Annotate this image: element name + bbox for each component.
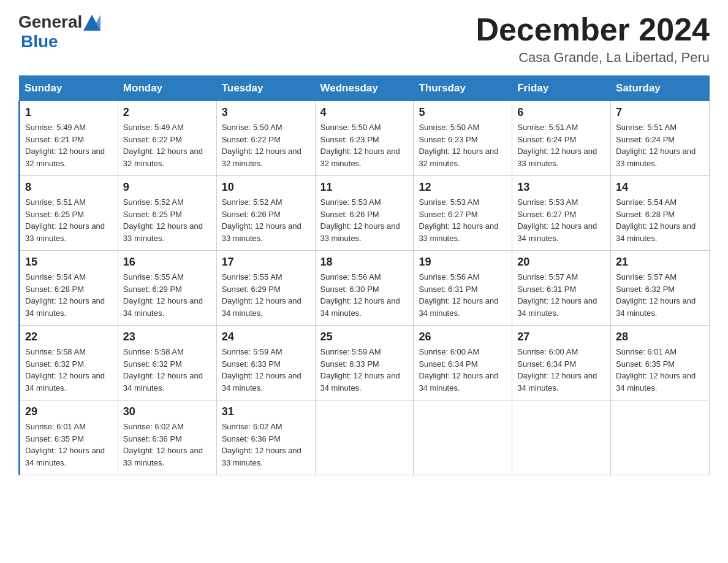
day-number: 18 [320,256,409,269]
day-number: 25 [320,331,409,343]
day-number: 31 [222,405,310,418]
logo-blue-text: Blue [21,32,58,52]
calendar-cell: 21Sunrise: 5:57 AMSunset: 6:32 PMDayligh… [611,251,710,326]
day-number: 3 [222,106,310,119]
day-number: 10 [222,181,310,194]
calendar-cell: 26Sunrise: 6:00 AMSunset: 6:34 PMDayligh… [414,326,512,400]
calendar-cell: 24Sunrise: 5:59 AMSunset: 6:33 PMDayligh… [216,326,315,400]
weekday-header-saturday: Saturday [611,76,710,101]
calendar-cell: 28Sunrise: 6:01 AMSunset: 6:35 PMDayligh… [611,326,710,400]
logo: General Blue [18,12,100,52]
day-number: 12 [419,181,507,194]
page-header: General Blue December 2024 Casa Grande, … [18,12,710,66]
day-info: Sunrise: 6:01 AMSunset: 6:35 PMDaylight:… [25,421,113,469]
calendar-cell: 3Sunrise: 5:50 AMSunset: 6:22 PMDaylight… [216,101,315,176]
calendar-cell: 23Sunrise: 5:58 AMSunset: 6:32 PMDayligh… [118,326,216,400]
day-number: 19 [419,256,507,269]
day-info: Sunrise: 5:55 AMSunset: 6:29 PMDaylight:… [123,271,211,319]
header-row: SundayMondayTuesdayWednesdayThursdayFrid… [20,76,710,101]
day-number: 16 [123,256,211,269]
day-info: Sunrise: 5:56 AMSunset: 6:30 PMDaylight:… [320,271,409,319]
calendar-cell: 20Sunrise: 5:57 AMSunset: 6:31 PMDayligh… [512,251,611,326]
day-info: Sunrise: 5:55 AMSunset: 6:29 PMDaylight:… [222,271,310,319]
day-info: Sunrise: 5:49 AMSunset: 6:22 PMDaylight:… [123,121,211,169]
day-number: 13 [517,181,605,194]
day-number: 24 [222,331,310,343]
calendar-cell: 7Sunrise: 5:51 AMSunset: 6:24 PMDaylight… [611,101,710,176]
calendar-week-5: 29Sunrise: 6:01 AMSunset: 6:35 PMDayligh… [20,400,710,475]
day-number: 20 [517,256,605,269]
calendar-header: SundayMondayTuesdayWednesdayThursdayFrid… [20,76,710,101]
day-info: Sunrise: 5:54 AMSunset: 6:28 PMDaylight:… [25,271,113,319]
day-number: 22 [25,331,113,343]
day-number: 27 [517,331,605,343]
calendar-cell: 6Sunrise: 5:51 AMSunset: 6:24 PMDaylight… [512,101,611,176]
day-info: Sunrise: 6:00 AMSunset: 6:34 PMDaylight:… [419,346,507,394]
day-info: Sunrise: 6:00 AMSunset: 6:34 PMDaylight:… [517,346,605,394]
day-number: 26 [419,331,507,343]
calendar-cell [611,400,710,475]
day-number: 11 [320,181,409,194]
calendar-cell: 16Sunrise: 5:55 AMSunset: 6:29 PMDayligh… [118,251,216,326]
calendar-subtitle: Casa Grande, La Libertad, Peru [476,50,710,66]
weekday-header-friday: Friday [512,76,611,101]
day-number: 4 [320,106,409,119]
logo-general-text: General [18,12,82,32]
calendar-cell: 12Sunrise: 5:53 AMSunset: 6:27 PMDayligh… [414,176,512,251]
day-info: Sunrise: 5:57 AMSunset: 6:32 PMDaylight:… [616,271,704,319]
calendar-week-3: 15Sunrise: 5:54 AMSunset: 6:28 PMDayligh… [20,251,710,326]
day-info: Sunrise: 5:51 AMSunset: 6:25 PMDaylight:… [25,196,113,244]
day-number: 29 [25,405,113,418]
calendar-cell: 15Sunrise: 5:54 AMSunset: 6:28 PMDayligh… [20,251,118,326]
calendar-cell: 30Sunrise: 6:02 AMSunset: 6:36 PMDayligh… [118,400,216,475]
day-info: Sunrise: 5:53 AMSunset: 6:27 PMDaylight:… [419,196,507,244]
title-block: December 2024 Casa Grande, La Libertad, … [476,12,710,66]
day-number: 30 [123,405,211,418]
calendar-cell: 17Sunrise: 5:55 AMSunset: 6:29 PMDayligh… [216,251,315,326]
weekday-header-monday: Monday [118,76,216,101]
day-number: 7 [616,106,704,119]
calendar-cell: 25Sunrise: 5:59 AMSunset: 6:33 PMDayligh… [315,326,414,400]
calendar-cell: 8Sunrise: 5:51 AMSunset: 6:25 PMDaylight… [20,176,118,251]
calendar-cell [315,400,414,475]
calendar-title: December 2024 [476,12,710,47]
calendar-week-2: 8Sunrise: 5:51 AMSunset: 6:25 PMDaylight… [20,176,710,251]
day-info: Sunrise: 6:02 AMSunset: 6:36 PMDaylight:… [123,421,211,469]
day-number: 14 [616,181,704,194]
calendar-cell: 5Sunrise: 5:50 AMSunset: 6:23 PMDaylight… [414,101,512,176]
calendar-cell: 29Sunrise: 6:01 AMSunset: 6:35 PMDayligh… [20,400,118,475]
day-info: Sunrise: 5:50 AMSunset: 6:23 PMDaylight:… [320,121,409,169]
day-number: 15 [25,256,113,269]
day-number: 17 [222,256,310,269]
day-number: 1 [25,106,113,119]
day-info: Sunrise: 5:57 AMSunset: 6:31 PMDaylight:… [517,271,605,319]
day-info: Sunrise: 6:01 AMSunset: 6:35 PMDaylight:… [616,346,704,394]
day-info: Sunrise: 5:59 AMSunset: 6:33 PMDaylight:… [320,346,409,394]
calendar-week-4: 22Sunrise: 5:58 AMSunset: 6:32 PMDayligh… [20,326,710,400]
calendar-cell: 19Sunrise: 5:56 AMSunset: 6:31 PMDayligh… [414,251,512,326]
calendar-cell: 31Sunrise: 6:02 AMSunset: 6:36 PMDayligh… [216,400,315,475]
weekday-header-sunday: Sunday [20,76,118,101]
weekday-header-thursday: Thursday [414,76,512,101]
day-info: Sunrise: 5:50 AMSunset: 6:22 PMDaylight:… [222,121,310,169]
day-info: Sunrise: 6:02 AMSunset: 6:36 PMDaylight:… [222,421,310,469]
day-number: 23 [123,331,211,343]
day-info: Sunrise: 5:50 AMSunset: 6:23 PMDaylight:… [419,121,507,169]
day-info: Sunrise: 5:58 AMSunset: 6:32 PMDaylight:… [25,346,113,394]
calendar-cell: 18Sunrise: 5:56 AMSunset: 6:30 PMDayligh… [315,251,414,326]
calendar-cell: 4Sunrise: 5:50 AMSunset: 6:23 PMDaylight… [315,101,414,176]
calendar-cell: 2Sunrise: 5:49 AMSunset: 6:22 PMDaylight… [118,101,216,176]
day-number: 2 [123,106,211,119]
day-number: 8 [25,181,113,194]
day-info: Sunrise: 5:51 AMSunset: 6:24 PMDaylight:… [616,121,704,169]
weekday-header-wednesday: Wednesday [315,76,414,101]
calendar-cell: 27Sunrise: 6:00 AMSunset: 6:34 PMDayligh… [512,326,611,400]
calendar-cell: 11Sunrise: 5:53 AMSunset: 6:26 PMDayligh… [315,176,414,251]
day-number: 28 [616,331,704,343]
day-info: Sunrise: 5:59 AMSunset: 6:33 PMDaylight:… [222,346,310,394]
day-info: Sunrise: 5:54 AMSunset: 6:28 PMDaylight:… [616,196,704,244]
day-number: 6 [517,106,605,119]
calendar-cell: 1Sunrise: 5:49 AMSunset: 6:21 PMDaylight… [20,101,118,176]
day-number: 9 [123,181,211,194]
day-info: Sunrise: 5:53 AMSunset: 6:26 PMDaylight:… [320,196,409,244]
